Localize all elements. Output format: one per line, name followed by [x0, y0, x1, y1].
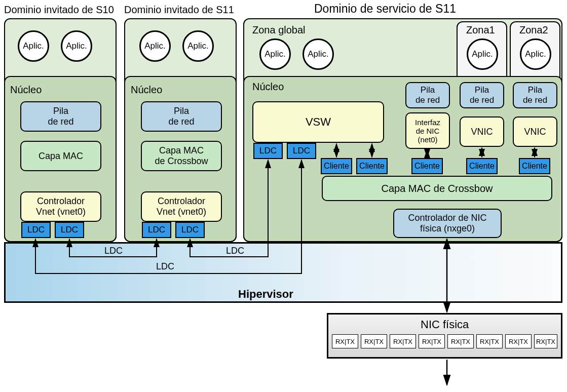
- txt: (net0): [418, 135, 437, 144]
- app-label: Aplic.: [308, 49, 329, 59]
- txt: LDC: [181, 225, 199, 235]
- txt: Capa MAC de Crossbow: [381, 183, 493, 194]
- rxtx: RX|TX: [361, 334, 387, 348]
- netstack-s10: Pila de red: [20, 101, 101, 132]
- txt: Controlador de NIC: [408, 213, 486, 223]
- cliente: Cliente: [321, 158, 352, 174]
- title-s11: Dominio invitado de S11: [124, 4, 234, 16]
- app-circle: Aplic.: [303, 38, 334, 70]
- app-label: Aplic.: [264, 49, 286, 59]
- app-circle: Aplic.: [467, 38, 498, 70]
- app-circle: Aplic.: [259, 38, 291, 70]
- txt: Pila: [475, 85, 489, 95]
- txt: Capa MAC: [39, 151, 83, 162]
- txt: Pila: [421, 85, 435, 95]
- txt: VNIC: [524, 127, 546, 137]
- txt: RX|TX: [335, 338, 355, 345]
- txt: de red: [470, 95, 494, 105]
- kernel-label: Núcleo: [131, 84, 162, 96]
- netstack-zone2: Pila de red: [513, 82, 557, 108]
- app-label: Aplic.: [66, 41, 87, 51]
- nic-title: NIC física: [421, 318, 469, 331]
- txt: de red: [415, 95, 440, 105]
- cliente: Cliente: [519, 158, 550, 174]
- rxtx: RX|TX: [390, 334, 416, 348]
- rxtx: RX|TX: [419, 334, 445, 348]
- global-zone-label: Zona global: [252, 24, 306, 36]
- txt: Cliente: [522, 162, 547, 171]
- txt: de Crossbow: [155, 156, 208, 167]
- cliente: Cliente: [356, 158, 388, 174]
- txt: RX|TX: [393, 338, 412, 345]
- txt: LDC: [27, 225, 45, 235]
- title-service: Dominio de servicio de S11: [314, 2, 456, 16]
- ldc-box: LDC: [175, 222, 205, 238]
- netstack-s11: Pila de red: [141, 101, 222, 132]
- txt: de red: [523, 95, 547, 105]
- vnic-zone2: VNIC: [513, 116, 557, 147]
- app-circle: Aplic.: [520, 38, 551, 70]
- txt: Vnet (vnet0): [36, 207, 86, 217]
- ldc-conn-label: LDC: [156, 261, 174, 272]
- txt: RX|TX: [451, 338, 470, 345]
- txt: VSW: [306, 115, 331, 129]
- ldc-box: LDC: [287, 143, 316, 159]
- kernel-label: Núcleo: [252, 81, 284, 93]
- txt: de red: [48, 116, 73, 127]
- rxtx: RX|TX: [505, 334, 532, 348]
- hypervisor-label: Hipervisor: [238, 288, 293, 301]
- txt: LDC: [259, 146, 277, 156]
- txt: LDC: [293, 146, 310, 156]
- mac-s11-crossbow: Capa MAC de Crossbow: [141, 141, 222, 171]
- rxtx: RX|TX: [447, 334, 474, 348]
- app-label: Aplic.: [525, 49, 546, 59]
- app-label: Aplic.: [187, 41, 209, 51]
- zone2-label: Zona2: [519, 24, 548, 36]
- txt: Cliente: [469, 162, 495, 171]
- txt: RX|TX: [509, 338, 528, 345]
- txt: de NIC: [416, 127, 440, 135]
- rxtx: RX|TX: [534, 334, 557, 348]
- ldc-conn-label: LDC: [104, 246, 123, 256]
- txt: LDC: [61, 225, 78, 235]
- txt: Cliente: [414, 162, 440, 171]
- app-label: Aplic.: [144, 41, 166, 51]
- txt: Controlador: [37, 196, 85, 207]
- txt: VNIC: [471, 127, 493, 137]
- ldc-box: LDC: [142, 222, 171, 238]
- vnet-s10: Controlador Vnet (vnet0): [20, 191, 101, 222]
- txt: Cliente: [324, 162, 349, 171]
- rxtx: RX|TX: [476, 334, 503, 348]
- txt: Pila: [174, 106, 189, 116]
- txt: RX|TX: [536, 338, 555, 345]
- app-circle: Aplic.: [61, 30, 92, 62]
- txt: Pila: [528, 85, 542, 95]
- zone1-label: Zona1: [466, 24, 495, 36]
- txt: RX|TX: [422, 338, 441, 345]
- vsw: VSW: [252, 101, 384, 143]
- app-circle: Aplic.: [18, 30, 49, 62]
- txt: RX|TX: [480, 338, 499, 345]
- txt: Cliente: [359, 162, 385, 171]
- txt: física (nxge0): [420, 223, 475, 234]
- app-circle: Aplic.: [182, 30, 214, 62]
- netstack-svc: Pila de red: [405, 82, 450, 108]
- app-label: Aplic.: [472, 49, 493, 59]
- crossbow-mac: Capa MAC de Crossbow: [322, 176, 552, 201]
- txt: Vnet (vnet0): [157, 207, 206, 217]
- txt: Interfaz: [415, 118, 440, 127]
- txt: Capa MAC: [159, 145, 204, 156]
- vnet-s11: Controlador Vnet (vnet0): [141, 191, 222, 222]
- title-s10: Dominio invitado de S10: [4, 4, 114, 16]
- netstack-zone1: Pila de red: [460, 82, 504, 108]
- cliente: Cliente: [411, 158, 443, 174]
- txt: Controlador: [158, 196, 205, 207]
- txt: RX|TX: [364, 338, 384, 345]
- app-label: Aplic.: [23, 41, 44, 51]
- ldc-box: LDC: [55, 222, 84, 238]
- ldc-box: LDC: [253, 143, 283, 159]
- txt: Pila: [53, 106, 68, 116]
- nic-driver: Controlador de NIC física (nxge0): [393, 209, 502, 238]
- nic-interface: Interfaz de NIC (net0): [405, 112, 450, 149]
- rxtx: RX|TX: [332, 334, 358, 348]
